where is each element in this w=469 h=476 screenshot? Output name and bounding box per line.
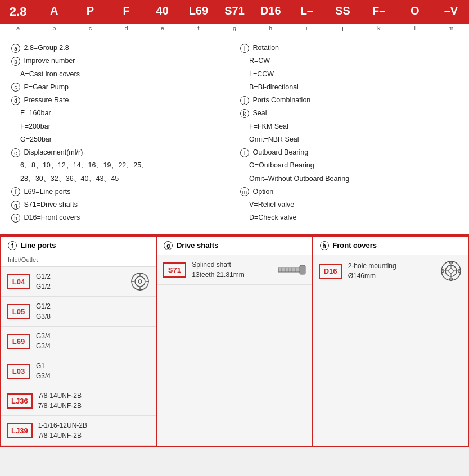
desc-disp-vals1: 6、8、10、12、14、16、19、22、25、	[11, 160, 229, 171]
header-cell-s71: S71	[217, 0, 252, 24]
tables-section: f Line ports Inlet/Outlet L04 G1/2G1/2	[0, 235, 469, 447]
code-lj39: LJ39	[7, 423, 33, 438]
l05-text: G1/2G3/8	[36, 301, 150, 321]
code-l04: L04	[7, 274, 30, 289]
lj36-text: 7/8-14UNF-2B7/8-14UNF-2B	[38, 391, 151, 411]
drive-shafts-col: g Drive shafts S71 Splined shaft13teeth …	[157, 237, 313, 446]
desc-pressure: d Pressure Rate	[11, 94, 229, 106]
table-row: L03 G1G3/4	[1, 356, 156, 386]
svg-point-1	[135, 276, 145, 287]
shaft-icon	[277, 263, 306, 276]
desc-lccw: L=CCW	[240, 69, 458, 80]
desc-e160: E=160bar	[11, 107, 229, 119]
header-cell-2.8: 2.8	[0, 0, 36, 24]
header-cell-p: P	[72, 0, 108, 24]
desc-drive-shafts: g S71=Drive shafts	[11, 199, 229, 211]
desc-option: m Option	[240, 186, 458, 198]
desc-bidir: B=Bi-directional	[240, 81, 458, 93]
sub-f: f	[181, 24, 217, 33]
desc-f200: F=200bar	[11, 121, 229, 133]
front-covers-header: h Front covers	[313, 237, 468, 256]
desc-2.8: a 2.8=Group 2.8	[11, 42, 229, 54]
line-ports-col: f Line ports Inlet/Outlet L04 G1/2G1/2	[1, 237, 157, 446]
table-row: D16 2-hole mountingØ146mm	[313, 255, 468, 287]
front-covers-circle: h	[320, 241, 329, 250]
desc-left: a 2.8=Group 2.8 b Improve number A=Cast …	[11, 42, 229, 225]
subheader-row: a b c d e f g h i j k l m	[0, 24, 469, 33]
sub-l: l	[397, 24, 433, 33]
desc-front-covers: h D16=Front covers	[11, 212, 229, 224]
header-cell-v: –V	[433, 0, 469, 24]
code-d16: D16	[319, 264, 342, 279]
sub-a: a	[0, 24, 36, 33]
desc-improve: b Improve number	[11, 55, 229, 67]
sub-g: g	[217, 24, 252, 33]
header-row: 2.8 A P F 40 L69 S71 D16 L– SS F– O –V	[0, 0, 469, 24]
desc-ports-combo: j Ports Combination	[240, 94, 458, 106]
s71-text: Splined shaft13teeth 21.81mm	[192, 260, 271, 280]
d16-text: 2-hole mountingØ146mm	[348, 261, 434, 281]
desc-rotation: i Rotation	[240, 42, 458, 54]
drive-shafts-title: Drive shafts	[177, 241, 218, 250]
bolt-circle-icon	[440, 260, 462, 282]
desc-nbr: Omit=NBR Seal	[240, 134, 458, 146]
header-cell-f: F	[108, 0, 144, 24]
desc-seal: k Seal	[240, 107, 458, 119]
sub-k: k	[361, 24, 397, 33]
sub-d: d	[108, 24, 144, 33]
desc-omit-bearing: Omit=Without Outboard Bearing	[240, 173, 458, 185]
table-row: L69 G3/4G3/4	[1, 327, 156, 356]
drive-shafts-header: g Drive shafts	[157, 237, 312, 256]
svg-point-2	[138, 280, 142, 283]
header-cell-40: 40	[145, 0, 181, 24]
svg-point-16	[449, 269, 453, 273]
header-cell-ss: SS	[324, 0, 360, 24]
sub-i: i	[288, 24, 324, 33]
desc-outboard: l Outboard Bearing	[240, 147, 458, 158]
desc-disp-vals2: 28、30、32、36、40、43、45	[11, 173, 229, 185]
line-ports-circle: f	[8, 241, 17, 250]
drive-shafts-circle: g	[164, 241, 173, 250]
description-area: a 2.8=Group 2.8 b Improve number A=Cast …	[0, 33, 469, 234]
front-covers-col: h Front covers D16 2-hole mountingØ146mm	[313, 237, 468, 446]
code-l69: L69	[7, 334, 30, 349]
l03-text: G1G3/4	[36, 361, 150, 381]
code-l05: L05	[7, 304, 30, 319]
drive-shafts-rows: S71 Splined shaft13teeth 21.81mm	[157, 255, 312, 285]
desc-relief: V=Relief valve	[240, 199, 458, 211]
code-l03: L03	[7, 364, 30, 379]
header-cell-d16: D16	[252, 0, 288, 24]
sub-b: b	[36, 24, 72, 33]
target-icon	[130, 271, 150, 292]
table-row: L04 G1/2G1/2	[1, 267, 156, 297]
header-cell-f-dash: F–	[361, 0, 397, 24]
front-covers-title: Front covers	[332, 241, 377, 250]
line-ports-header: f Line ports	[1, 237, 156, 256]
sub-m: m	[433, 24, 469, 33]
desc-right: i Rotation R=CW L=CCW B=Bi-directional j…	[240, 42, 458, 225]
front-covers-rows: D16 2-hole mountingØ146mm	[313, 255, 468, 287]
line-ports-title: Line ports	[21, 241, 56, 250]
code-lj36: LJ36	[7, 393, 33, 409]
header-cell-a: A	[36, 0, 72, 24]
table-row: S71 Splined shaft13teeth 21.81mm	[157, 255, 312, 285]
desc-g250: G=250bar	[11, 134, 229, 146]
desc-line-ports: f L69=Line ports	[11, 186, 229, 198]
table-row: LJ36 7/8-14UNF-2B7/8-14UNF-2B	[1, 386, 156, 416]
header-cell-l69: L69	[181, 0, 217, 24]
desc-fkm: F=FKM Seal	[240, 121, 458, 133]
line-ports-rows: L04 G1/2G1/2 L05 G1/2G3/8 L69 G3/4G	[1, 267, 156, 446]
desc-gear-pump: c P=Gear Pump	[11, 81, 229, 93]
desc-check: D=Check valve	[240, 212, 458, 224]
code-s71: S71	[163, 262, 186, 278]
header-cell-o: O	[397, 0, 433, 24]
line-ports-subheader: Inlet/Outlet	[1, 255, 156, 267]
l04-text: G1/2G1/2	[36, 271, 124, 292]
sub-j: j	[324, 24, 360, 33]
desc-cast-iron: A=Cast iron covers	[11, 69, 229, 80]
lj39-text: 1-1/16-12UN-2B7/8-14UNF-2B	[38, 420, 151, 441]
svg-rect-8	[300, 265, 305, 274]
header-cell-l-dash: L–	[288, 0, 324, 24]
sub-e: e	[145, 24, 181, 33]
table-row: LJ39 1-1/16-12UN-2B7/8-14UNF-2B	[1, 416, 156, 446]
